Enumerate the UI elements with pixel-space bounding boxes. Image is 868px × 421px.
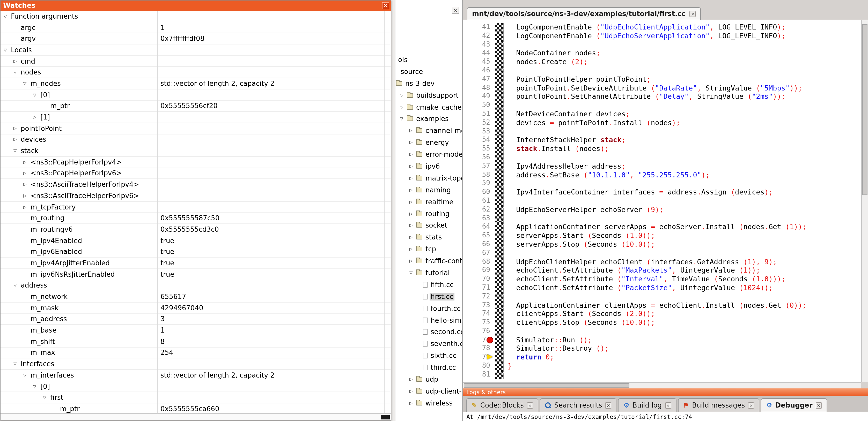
- tree-expander-icon[interactable]: ▽: [13, 283, 21, 288]
- tab-build-log[interactable]: ⚙Build log×: [618, 398, 677, 412]
- breakpoint-margin[interactable]: [495, 318, 504, 327]
- breakpoint-margin[interactable]: [495, 223, 504, 231]
- tree-expander-icon[interactable]: ▽: [13, 149, 21, 153]
- tree-item-first-cc[interactable]: first.cc: [396, 291, 462, 302]
- breakpoint-margin[interactable]: [495, 205, 504, 214]
- tree-item-hello-simul[interactable]: hello-simul: [396, 314, 462, 326]
- watch-row[interactable]: m_ptr0x5555555ca660: [1, 403, 391, 413]
- watch-row[interactable]: ▷<ns3::AsciiTraceHelperForIpv4>: [1, 179, 391, 190]
- line-number[interactable]: 47: [463, 75, 495, 84]
- tree-item-fifth-cc[interactable]: fifth.cc: [396, 279, 462, 291]
- breakpoint-margin[interactable]: [495, 344, 504, 353]
- tree-expander-icon[interactable]: ▷: [409, 247, 416, 251]
- tree-expander-icon[interactable]: ▽: [13, 361, 21, 366]
- watch-row[interactable]: m_ipv4ArpJitterEnabledtrue: [1, 258, 391, 269]
- line-number[interactable]: 45: [463, 57, 495, 66]
- tree-expander-icon[interactable]: ▷: [23, 182, 31, 187]
- watch-row[interactable]: m_ptr0x55555556cf20: [1, 101, 391, 112]
- tree-expander-icon[interactable]: ▽: [23, 81, 31, 86]
- code-line[interactable]: 70 echoClient.SetAttribute ("Interval", …: [463, 274, 861, 284]
- line-number[interactable]: 53: [463, 127, 495, 136]
- tree-expander-icon[interactable]: ▷: [400, 93, 407, 97]
- tree-item-error-model[interactable]: ▷error-model: [396, 149, 462, 160]
- line-number[interactable]: 41: [463, 23, 495, 32]
- tree-item-ns-3-dev[interactable]: ns-3-dev: [396, 77, 462, 90]
- breakpoint-margin[interactable]: [495, 57, 504, 66]
- tree-item-matrix-topol[interactable]: ▷matrix-topol: [396, 172, 462, 184]
- watch-row[interactable]: ▷pointToPoint: [1, 123, 391, 134]
- line-number[interactable]: 46: [463, 66, 495, 75]
- code-line[interactable]: 78 Simulator::Destroy ();: [463, 344, 861, 353]
- code-line[interactable]: 74 clientApps.Start (Seconds (2.0));: [463, 310, 861, 318]
- tree-item-tcp[interactable]: ▷tcp: [396, 244, 462, 255]
- line-number[interactable]: 59: [463, 179, 495, 188]
- tree-expander-icon[interactable]: ▷: [33, 115, 40, 120]
- code-line[interactable]: 53: [463, 127, 861, 136]
- watch-row[interactable]: ▷<ns3::AsciiTraceHelperForIpv6>: [1, 190, 391, 201]
- code-line[interactable]: 81: [463, 370, 861, 379]
- code-line[interactable]: 75 clientApps.Stop (Seconds (10.0));: [463, 318, 861, 327]
- watch-row[interactable]: m_max254: [1, 347, 391, 358]
- code-line[interactable]: 57 Ipv4AddressHelper address;: [463, 162, 861, 171]
- editor-horizontal-scrollbar[interactable]: [463, 382, 861, 388]
- line-number[interactable]: 73: [463, 301, 495, 310]
- column-divider[interactable]: [384, 11, 384, 413]
- line-number[interactable]: 62: [463, 205, 495, 214]
- line-number[interactable]: 58: [463, 170, 495, 179]
- breakpoint-margin[interactable]: [495, 153, 504, 162]
- line-number[interactable]: 55: [463, 144, 495, 153]
- breakpoint-margin[interactable]: [495, 353, 504, 362]
- line-number[interactable]: 67: [463, 249, 495, 257]
- watch-row[interactable]: m_network655617: [1, 291, 391, 302]
- line-number[interactable]: 54: [463, 136, 495, 144]
- line-number[interactable]: 44: [463, 49, 495, 58]
- breakpoint-margin[interactable]: [495, 266, 504, 275]
- breakpoint-margin[interactable]: [495, 301, 504, 310]
- tab-search-results[interactable]: Search results×: [540, 398, 617, 412]
- code-line[interactable]: 65 serverApps.Start (Seconds (1.0));: [463, 231, 861, 240]
- breakpoint-margin[interactable]: [495, 179, 504, 188]
- scrollbar-thumb[interactable]: [464, 383, 629, 388]
- watch-row[interactable]: m_routing0x555555587c50: [1, 213, 391, 224]
- tree-expander-icon[interactable]: ▷: [409, 401, 416, 406]
- tree-expander-icon[interactable]: ▷: [13, 137, 21, 142]
- tree-expander-icon[interactable]: ▷: [409, 259, 416, 263]
- tree-item-channel-mod[interactable]: ▷channel-mod: [396, 125, 462, 137]
- code-line[interactable]: 79 return 0;: [463, 353, 861, 362]
- tree-item-source[interactable]: source: [396, 66, 462, 77]
- breakpoint-margin[interactable]: [495, 23, 504, 32]
- breakpoint-margin[interactable]: [495, 335, 504, 344]
- tree-item-energy[interactable]: ▷energy: [396, 136, 462, 149]
- watch-row[interactable]: ▽stack: [1, 145, 391, 157]
- breakpoint-margin[interactable]: [495, 49, 504, 58]
- watch-row[interactable]: m_base1: [1, 325, 391, 336]
- tree-item-traffic-contro[interactable]: ▷traffic-contro: [396, 255, 462, 267]
- watch-row[interactable]: ▽[0]: [1, 90, 391, 101]
- code-line[interactable]: 42 LogComponentEnable ("UdpEchoServerApp…: [463, 32, 861, 40]
- code-line[interactable]: 44 NodeContainer nodes;: [463, 49, 861, 58]
- line-number[interactable]: 70: [463, 274, 495, 284]
- tree-expander-icon[interactable]: ▷: [409, 188, 416, 192]
- line-number[interactable]: 66: [463, 240, 495, 249]
- code-editor[interactable]: 41 LogComponentEnable ("UdpEchoClientApp…: [463, 20, 861, 382]
- code-line[interactable]: 80}: [463, 361, 861, 370]
- tree-expander-icon[interactable]: ▷: [409, 176, 416, 181]
- tree-expander-icon[interactable]: ▽: [4, 14, 11, 19]
- breakpoint-margin[interactable]: [495, 84, 504, 92]
- breakpoint-margin[interactable]: [495, 240, 504, 249]
- code-line[interactable]: 43: [463, 40, 861, 49]
- watch-row[interactable]: m_ipv6Enabledtrue: [1, 247, 391, 258]
- line-number[interactable]: 51: [463, 110, 495, 119]
- tree-item-fourth-cc[interactable]: fourth.cc: [396, 302, 462, 314]
- tab-build-messages[interactable]: ⚑Build messages×: [678, 398, 759, 412]
- tree-item-third-cc[interactable]: third.cc: [396, 361, 462, 374]
- breakpoint-margin[interactable]: [495, 75, 504, 84]
- breakpoint-margin[interactable]: [495, 292, 504, 301]
- watch-row[interactable]: ▽interfaces: [1, 359, 391, 370]
- close-icon[interactable]: ×: [690, 10, 696, 17]
- watches-titlebar[interactable]: Watches ×: [1, 1, 391, 11]
- line-number[interactable]: 65: [463, 231, 495, 240]
- breakpoint-margin[interactable]: [495, 32, 504, 40]
- tree-expander-icon[interactable]: ▽: [13, 70, 21, 75]
- watch-row[interactable]: ▷m_tcpFactory: [1, 201, 391, 213]
